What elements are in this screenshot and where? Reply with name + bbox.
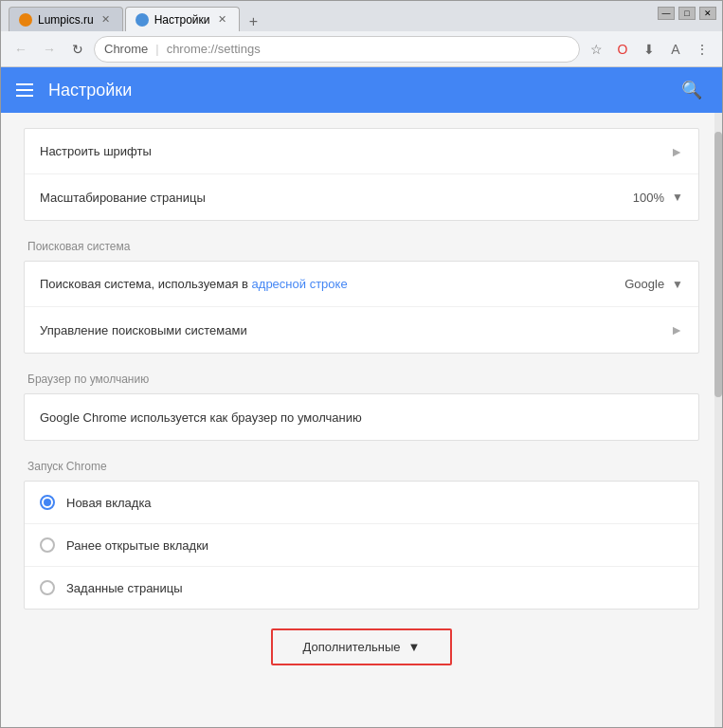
- startup-new-tab-row[interactable]: Новая вкладка: [25, 482, 698, 524]
- tab-favicon-settings: [136, 13, 149, 27]
- settings-page-title: Настройки: [48, 81, 661, 100]
- startup-specific-pages-label: Заданные страницы: [66, 581, 183, 595]
- advanced-btn-container: Дополнительные ▼: [24, 628, 699, 665]
- advanced-button-arrow-icon: ▼: [408, 640, 421, 654]
- radio-inner-dot: [44, 499, 51, 506]
- startup-specific-pages-radio[interactable]: [40, 580, 55, 595]
- fonts-arrow-icon: ►: [670, 144, 683, 159]
- hamburger-menu[interactable]: [16, 83, 33, 97]
- default-browser-section-label: Браузер по умолчанию: [24, 373, 699, 386]
- tab-lumpics[interactable]: Lumpics.ru ✕: [9, 7, 123, 31]
- advanced-button-label: Дополнительные: [303, 640, 401, 654]
- menu-button[interactable]: ⋮: [690, 37, 714, 62]
- close-button[interactable]: ✕: [699, 7, 716, 20]
- address-bar[interactable]: Chrome | chrome://settings: [94, 36, 580, 63]
- search-engine-section-label: Поисковая система: [24, 240, 699, 253]
- opera-button[interactable]: O: [610, 37, 635, 62]
- scrollbar-track: [714, 113, 722, 727]
- search-engine-label: Поисковая система, используемая в адресн…: [40, 277, 624, 291]
- new-tab-button[interactable]: +: [242, 12, 266, 31]
- window-controls: — □ ✕: [658, 7, 716, 20]
- manage-search-arrow-icon: ►: [670, 322, 683, 337]
- titlebar: Lumpics.ru ✕ Настройки ✕ + — □ ✕: [1, 1, 722, 31]
- manage-search-label: Управление поисковыми системами: [40, 323, 662, 337]
- address-separator: |: [155, 42, 158, 56]
- bookmark-star-button[interactable]: ☆: [584, 37, 608, 62]
- minimize-button[interactable]: —: [658, 7, 675, 20]
- address-protocol: Chrome: [104, 42, 148, 56]
- settings-header: Настройки 🔍: [1, 67, 722, 113]
- manage-search-row[interactable]: Управление поисковыми системами ►: [25, 307, 698, 353]
- browser-window: Lumpics.ru ✕ Настройки ✕ + — □ ✕ ← → ↻ C…: [0, 0, 723, 728]
- translate-button[interactable]: A: [663, 37, 688, 62]
- default-browser-row: Google Chrome используется как браузер п…: [25, 394, 698, 440]
- search-engine-row[interactable]: Поисковая система, используемая в адресн…: [25, 262, 698, 307]
- nav-icons: ☆ O ⬇ A ⋮: [584, 37, 714, 62]
- fonts-label: Настроить шрифты: [40, 144, 662, 158]
- default-browser-label: Google Chrome используется как браузер п…: [40, 410, 683, 425]
- settings-container: Настройки 🔍 Настроить шрифты ► Масштабир…: [1, 67, 722, 727]
- startup-previous-tabs-label: Ранее открытые вкладки: [66, 538, 208, 553]
- startup-new-tab-radio[interactable]: [40, 495, 55, 510]
- reload-button[interactable]: ↻: [65, 37, 90, 62]
- startup-previous-tabs-row[interactable]: Ранее открытые вкладки: [25, 524, 698, 567]
- zoom-row[interactable]: Масштабирование страницы 100% ▼: [25, 174, 698, 220]
- settings-content: Настроить шрифты ► Масштабирование стран…: [1, 113, 722, 727]
- navbar: ← → ↻ Chrome | chrome://settings ☆ O ⬇ A…: [1, 31, 722, 67]
- startup-previous-tabs-radio[interactable]: [40, 537, 55, 553]
- forward-button[interactable]: →: [37, 37, 62, 62]
- search-engine-dropdown-icon: ▼: [672, 278, 683, 291]
- fonts-row[interactable]: Настроить шрифты ►: [25, 129, 698, 174]
- tab-settings[interactable]: Настройки ✕: [125, 7, 240, 31]
- startup-specific-pages-row[interactable]: Заданные страницы: [25, 567, 698, 609]
- tab-label-settings: Настройки: [154, 13, 210, 27]
- startup-new-tab-label: Новая вкладка: [66, 496, 152, 510]
- address-path: chrome://settings: [167, 42, 261, 56]
- startup-section-label: Запуск Chrome: [24, 460, 699, 473]
- zoom-dropdown-icon: ▼: [672, 191, 683, 204]
- fonts-card: Настроить шрифты ► Масштабирование стран…: [24, 128, 699, 221]
- tabs-bar: Lumpics.ru ✕ Настройки ✕ +: [5, 7, 266, 31]
- advanced-button[interactable]: Дополнительные ▼: [271, 628, 453, 665]
- tab-close-lumpics[interactable]: ✕: [99, 13, 113, 27]
- address-bar-link[interactable]: адресной строке: [252, 277, 348, 291]
- search-engine-value: Google: [624, 277, 664, 291]
- tab-close-settings[interactable]: ✕: [216, 13, 229, 27]
- startup-card: Новая вкладка Ранее открытые вкладки Зад…: [24, 481, 699, 610]
- settings-search-button[interactable]: 🔍: [677, 75, 707, 105]
- maximize-button[interactable]: □: [678, 7, 696, 20]
- back-button[interactable]: ←: [9, 37, 33, 62]
- zoom-label: Масштабирование страницы: [40, 191, 633, 205]
- tab-favicon-lumpics: [19, 13, 32, 27]
- tab-label-lumpics: Lumpics.ru: [38, 13, 94, 27]
- zoom-value: 100%: [633, 191, 664, 205]
- download-button[interactable]: ⬇: [637, 37, 661, 62]
- scrollbar-thumb[interactable]: [714, 132, 722, 397]
- search-engine-card: Поисковая система, используемая в адресн…: [24, 261, 699, 354]
- default-browser-card: Google Chrome используется как браузер п…: [24, 393, 699, 441]
